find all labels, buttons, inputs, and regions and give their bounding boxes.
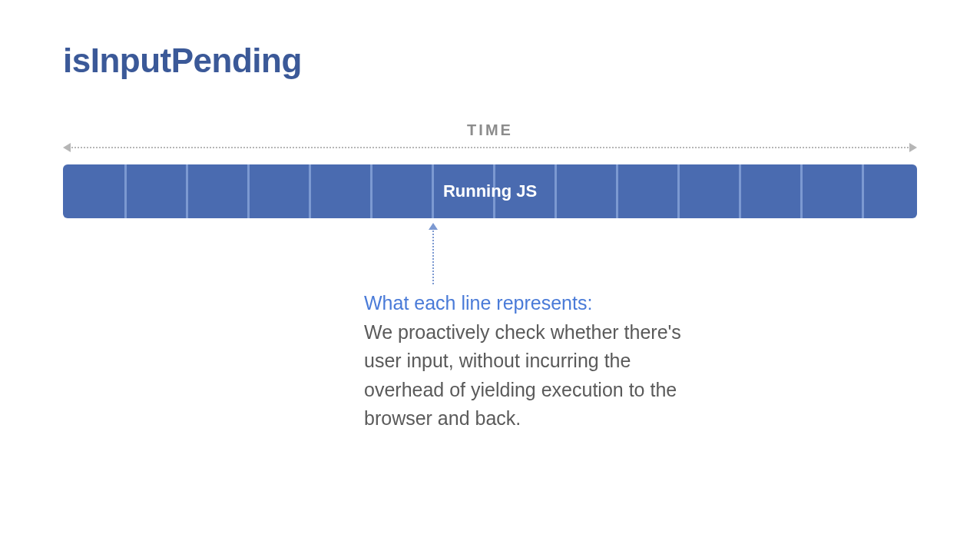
check-tick <box>555 164 557 218</box>
check-tick <box>186 164 188 218</box>
check-tick <box>124 164 127 218</box>
check-tick <box>247 164 250 218</box>
check-tick <box>370 164 372 218</box>
running-js-bar: Running JS <box>63 164 917 218</box>
check-tick <box>432 164 434 218</box>
slide: isInputPending TIME Running JS What each… <box>0 0 980 551</box>
annotation-block: What each line represents: We proactivel… <box>364 289 694 433</box>
annotation-lead: What each line represents: <box>364 292 592 314</box>
check-tick <box>616 164 618 218</box>
running-js-bar-label: Running JS <box>443 181 537 201</box>
slide-title: isInputPending <box>63 41 302 80</box>
check-tick <box>862 164 864 218</box>
check-tick <box>739 164 741 218</box>
annotation-body: We proactively check whether there's use… <box>364 321 681 430</box>
callout-line <box>432 227 434 284</box>
arrow-right-icon <box>909 143 917 152</box>
time-axis-label: TIME <box>0 121 980 139</box>
check-tick <box>677 164 680 218</box>
check-tick <box>800 164 803 218</box>
check-tick <box>309 164 311 218</box>
time-axis-line <box>69 147 911 148</box>
time-axis <box>63 143 917 152</box>
